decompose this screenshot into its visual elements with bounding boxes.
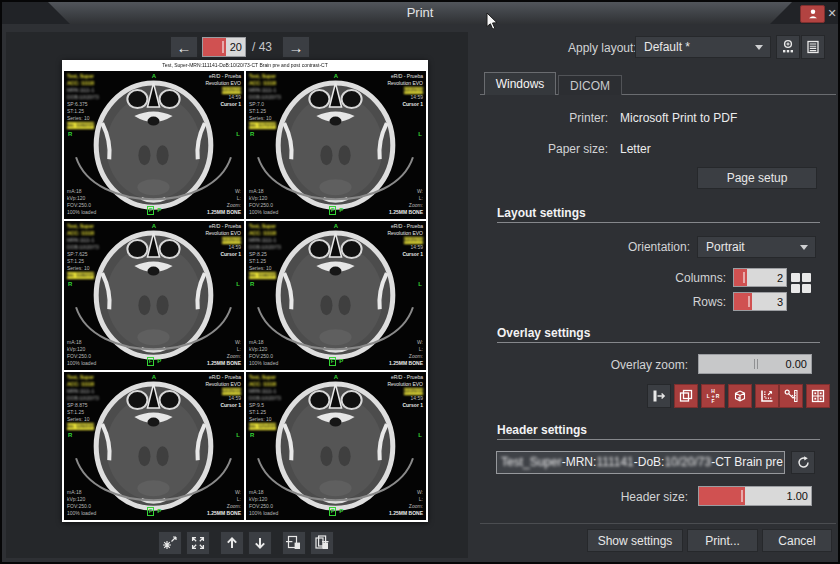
print-dialog: Print ✕ ← 20 / 43 → Apply layout: Defaul… — [0, 0, 840, 564]
columns-spinner[interactable]: 2 — [733, 268, 787, 287]
page-setup-button[interactable]: Page setup — [697, 167, 817, 189]
orientation-select[interactable]: Portrait — [697, 236, 816, 258]
orientation-l: L — [236, 131, 240, 138]
cell-overlay-top-left: Test, Super ACC: 11118 MRN:1111-1 DOB:10… — [249, 374, 281, 430]
page-number-value: 20 — [230, 41, 242, 53]
move-page-up-button[interactable] — [220, 531, 244, 555]
toggle-measurement-button[interactable] — [779, 384, 803, 408]
orientation-r: R — [250, 432, 254, 439]
back-arrow-icon: ← — [177, 40, 192, 55]
apply-layout-value: Default * — [644, 40, 690, 54]
ct-preview-cell[interactable]: Test, Super ACC: 11118 MRN:1111-1 DOB:10… — [246, 71, 426, 219]
layout-settings-heading: Layout settings — [497, 206, 586, 220]
overlay-zoom-slider[interactable]: 0.00 — [698, 354, 812, 374]
apply-layout-select[interactable]: Default * — [635, 36, 771, 58]
refresh-icon — [796, 455, 811, 470]
forward-arrow-icon: → — [289, 40, 304, 55]
ct-preview-cell[interactable]: Test, Super ACC: 11118 MRN:1111-1 DOB:10… — [246, 221, 426, 369]
delete-all-pages-icon — [314, 535, 330, 551]
orientation-l: L — [418, 432, 422, 439]
mrn-label: -MRN: — [562, 455, 597, 469]
arrow-up-icon — [224, 535, 240, 551]
toggle-orientation-cube-button[interactable]: R — [728, 384, 752, 408]
cancel-button[interactable]: Cancel — [762, 529, 832, 552]
page-header-text: Test, Super-MRN:111141-DoB:10/20/73-CT B… — [62, 62, 428, 68]
orientation-value: Portrait — [706, 240, 745, 254]
grid-layout-picker-icon[interactable] — [791, 273, 813, 295]
cell-overlay-bottom-left: mA:18 kVp:120 FOV:250.0 100% loaded — [249, 339, 278, 367]
toggle-ruler-button[interactable] — [755, 384, 779, 408]
cell-overlay-top-left: Test, Super ACC: 11118 MRN:1111-1 DOB:10… — [67, 374, 99, 430]
prev-page-button[interactable]: ← — [170, 36, 198, 58]
mouse-cursor — [486, 13, 499, 31]
columns-value: 2 — [777, 272, 783, 284]
auto-window-button[interactable] — [158, 531, 182, 555]
key-ruler-icon — [783, 388, 799, 404]
toggle-overlay-text-button[interactable] — [674, 384, 698, 408]
orientation-label: Orientation: — [560, 240, 690, 254]
print-button[interactable]: Print... — [687, 529, 758, 552]
orientation-l: L — [418, 131, 422, 138]
orientation-letters-icon: H L + R F — [705, 388, 721, 404]
delete-page-button[interactable] — [282, 531, 306, 555]
next-page-button[interactable]: → — [282, 36, 310, 58]
header-text-input[interactable]: Test_Super-MRN:111141-DoB:10/20/73-CT Br… — [496, 451, 785, 474]
fit-to-window-button[interactable] — [186, 531, 210, 555]
header-size-spinner[interactable]: 1.00 — [698, 486, 812, 506]
study-description: -CT Brain pre — [711, 455, 783, 469]
svg-text:L: L — [707, 393, 710, 399]
cell-overlay-bottom-left: mA:18 kVp:120 FOV:250.0 100% loaded — [249, 489, 278, 517]
paper-size-label: Paper size: — [488, 142, 608, 156]
mrn-value: 111141 — [596, 455, 633, 469]
tab-windows-label: Windows — [496, 77, 545, 91]
section-divider — [497, 342, 820, 343]
cell-overlay-bottom-right: W: L: Zoom: 1.25MM BONE — [207, 489, 241, 517]
rows-spinner[interactable]: 3 — [733, 292, 787, 311]
arrow-down-icon — [252, 535, 268, 551]
patient-name: Test_Super — [501, 455, 562, 469]
tab-windows[interactable]: Windows — [484, 72, 556, 95]
grid-cells-icon — [810, 388, 826, 404]
tab-dicom-label: DICOM — [570, 79, 610, 93]
add-layout-button[interactable] — [776, 35, 800, 59]
person-icon — [807, 8, 819, 20]
add-layout-icon — [780, 39, 796, 55]
cell-overlay-bottom-left: mA:18 kVp:120 FOV:250.0 100% loaded — [67, 489, 96, 517]
move-page-down-button[interactable] — [248, 531, 272, 555]
bar-double-arrow-icon — [651, 388, 667, 404]
delete-all-pages-button[interactable] — [310, 531, 334, 555]
ct-preview-cell[interactable]: Test, Super ACC: 11118 MRN:1111-1 DOB:10… — [64, 71, 244, 219]
show-settings-button[interactable]: Show settings — [587, 529, 683, 552]
manage-layouts-button[interactable] — [801, 35, 825, 59]
rows-value: 3 — [777, 296, 783, 308]
page-number-spinner[interactable]: 20 — [202, 37, 246, 57]
ct-preview-cell[interactable]: Test, Super ACC: 11118 MRN:1111-1 DOB:10… — [64, 221, 244, 369]
print-preview-page: Test, Super-MRN:111141-DoB:10/20/73-CT B… — [62, 60, 428, 522]
close-icon[interactable]: ✕ — [825, 6, 839, 20]
ct-preview-cell[interactable]: Test, Super ACC: 11118 MRN:1111-1 DOB:10… — [246, 372, 426, 520]
footer-divider — [480, 523, 836, 524]
toggle-overlay-offset-button[interactable] — [647, 384, 671, 408]
title-bar: Print ✕ — [2, 2, 838, 24]
dob-label: -DoB: — [634, 455, 665, 469]
toggle-orientation-letters-button[interactable]: H L + R F — [701, 384, 725, 408]
orientation-a: A — [64, 73, 244, 80]
ct-preview-cell[interactable]: Test, Super ACC: 11118 MRN:1111-1 DOB:10… — [64, 372, 244, 520]
orientation-r: R — [250, 281, 254, 288]
printer-value: Microsoft Print to PDF — [620, 111, 737, 125]
chevron-down-icon — [755, 45, 763, 50]
tab-dicom[interactable]: DICOM — [558, 75, 622, 95]
user-button[interactable] — [800, 5, 825, 23]
cell-overlay-top-left: Test, Super ACC: 11118 MRN:1111-1 DOB:10… — [67, 223, 99, 279]
cell-overlay-bottom-right: W: L: Zoom: 1.25MM BONE — [207, 188, 241, 216]
toggle-grid-overlay-button[interactable] — [806, 384, 830, 408]
columns-label: Columns: — [596, 271, 726, 285]
orientation-a: A — [64, 223, 244, 230]
angle-ruler-icon — [759, 388, 775, 404]
cell-overlay-bottom-left: mA:18 kVp:120 FOV:250.0 100% loaded — [67, 188, 96, 216]
preview-grid: Test, Super ACC: 11118 MRN:1111-1 DOB:10… — [64, 71, 426, 520]
svg-text:F: F — [711, 398, 714, 404]
reset-header-button[interactable] — [791, 451, 815, 474]
page-count-label: / 43 — [252, 40, 272, 54]
overlay-settings-heading: Overlay settings — [497, 326, 590, 340]
